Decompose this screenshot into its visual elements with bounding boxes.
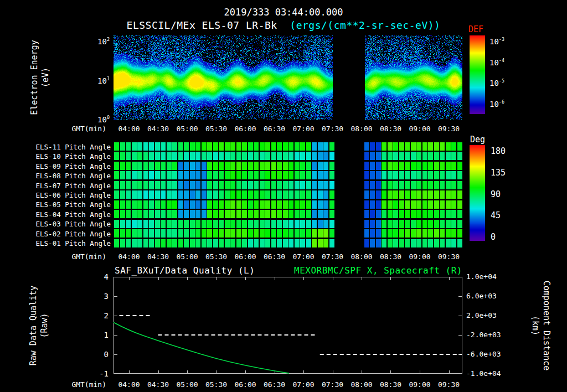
pitch-angle-heatmap-canvas (114, 142, 462, 248)
deg-colorbar-tick: 90 (491, 189, 516, 199)
mex-els-summary-plot: 2019/333 03:44:00.000 ELSSCIL/MEx ELS-07… (0, 0, 567, 392)
time-tick-label: 08:00 (347, 380, 376, 389)
left-panel-title: SAF_BXuT/Data Quality (L) (115, 265, 255, 276)
pitch-row-label: ELS-02 Pitch Angle (32, 230, 111, 238)
quality-axis-label-line2: (Raw) (39, 286, 50, 366)
quality-axis-label-line1: Raw Data Quality (28, 286, 39, 366)
exponent: 1 (107, 76, 110, 81)
pitch-row-label: ELS-06 Pitch Angle (32, 191, 111, 199)
pitch-row-label: ELS-11 Pitch Angle (32, 143, 111, 151)
pitch-row-label: ELS-10 Pitch Angle (32, 152, 111, 161)
time-tick-label: 07:30 (318, 125, 347, 133)
time-tick-label: 09:30 (435, 252, 463, 261)
distance-axis-tick: -2.0e+03 (466, 331, 506, 339)
time-tick-label: 08:30 (377, 380, 405, 389)
time-tick-label: 06:30 (260, 252, 289, 261)
distance-axis-tick: -6.0e+03 (466, 350, 506, 358)
time-tick-label: 07:00 (289, 380, 318, 389)
time-tick-label: 09:00 (405, 252, 434, 261)
quality-axis-tick: -1 (93, 369, 109, 378)
instrument-title: ELSSCIL/MEx ELS-07 LR-Bk (127, 19, 277, 31)
gmt-axis-label: GMT(min) (49, 125, 106, 133)
time-tick-label: 06:30 (260, 380, 289, 389)
time-tick-label: 09:30 (435, 380, 463, 389)
quality-axis-tick: 2 (93, 311, 109, 320)
electron-energy-spectrogram-canvas (114, 35, 462, 120)
time-tick-label: 08:30 (377, 252, 405, 261)
units-subtitle: (ergs/(cm**2-sr-sec-eV)) (290, 19, 440, 31)
distance-axis-label-line2: (km) (530, 281, 541, 371)
pitch-row-label: ELS-04 Pitch Angle (32, 210, 111, 219)
quality-distance-chart-canvas (114, 277, 462, 374)
time-tick-label: 08:00 (347, 125, 376, 133)
gmt-axis-label: GMT(min) (49, 380, 106, 389)
quality-axis-tick: 1 (93, 331, 109, 339)
pitch-row-label: ELS-08 Pitch Angle (32, 172, 111, 180)
time-tick-label: 06:00 (231, 125, 260, 133)
time-tick-label: 05:30 (202, 125, 231, 133)
pitch-row-label: ELS-05 Pitch Angle (32, 200, 111, 209)
distance-axis-tick: 1.0e+04 (466, 272, 506, 281)
pitch-row-label: ELS-09 Pitch Angle (32, 162, 111, 171)
energy-tick-label: 100 (90, 115, 110, 124)
time-tick-label: 05:00 (173, 252, 202, 261)
deg-colorbar-tick: 0 (491, 232, 516, 242)
time-tick-label: 09:00 (405, 125, 434, 133)
quality-axis-label: Raw Data Quality (Raw) (28, 286, 50, 366)
exponent: -3 (499, 37, 504, 42)
time-tick-label: 04:00 (115, 125, 143, 133)
right-panel-title: MEXORBMC/SPF X, Spacecraft (R) (241, 265, 462, 276)
pitch-row-label: ELS-01 Pitch Angle (32, 239, 111, 247)
time-tick-label: 09:00 (405, 380, 434, 389)
quality-axis-tick: 4 (93, 272, 109, 281)
distance-axis-label-line1: Component Distance (541, 281, 552, 371)
distance-axis-tick: -1.0e+04 (466, 369, 506, 378)
def-colorbar (470, 35, 485, 114)
quality-axis-tick: 3 (93, 292, 109, 301)
energy-tick-label: 101 (90, 76, 110, 85)
time-tick-label: 05:30 (202, 252, 231, 261)
def-colorbar-label: DEF (468, 24, 483, 34)
deg-colorbar (470, 145, 485, 241)
def-colorbar-tick: 10-3 (489, 37, 518, 46)
deg-colorbar-tick: 135 (491, 168, 516, 178)
exponent: 2 (107, 37, 110, 42)
time-tick-label: 06:00 (231, 380, 260, 389)
pitch-row-label: ELS-03 Pitch Angle (32, 220, 111, 228)
time-tick-label: 04:00 (115, 252, 143, 261)
energy-axis-label-line1: Electron Energy (29, 40, 40, 115)
time-tick-label: 07:30 (318, 252, 347, 261)
time-tick-label: 08:00 (347, 252, 376, 261)
title-spacer (277, 19, 290, 31)
exponent: -4 (499, 58, 504, 63)
time-tick-label: 06:00 (231, 252, 260, 261)
time-tick-label: 04:30 (144, 252, 173, 261)
pitch-row-label: ELS-07 Pitch Angle (32, 182, 111, 190)
distance-axis-label: Component Distance (km) (530, 281, 553, 371)
timestamp-title: 2019/333 03:44:00.000 (0, 7, 567, 18)
deg-colorbar-tick: 45 (491, 210, 516, 220)
time-tick-label: 05:30 (202, 380, 231, 389)
time-tick-label: 05:00 (173, 125, 202, 133)
time-tick-label: 06:30 (260, 125, 289, 133)
quality-axis-tick: 0 (93, 350, 109, 359)
deg-colorbar-label: Deg (470, 135, 485, 145)
energy-tick-label: 102 (90, 37, 110, 46)
time-tick-label: 07:30 (318, 380, 347, 389)
time-tick-label: 08:30 (377, 125, 405, 133)
time-tick-label: 07:00 (289, 125, 318, 133)
exponent: -5 (499, 78, 504, 84)
distance-axis-tick: 2.0e+03 (466, 311, 506, 319)
time-tick-label: 07:00 (289, 252, 318, 261)
time-tick-label: 04:30 (144, 125, 173, 133)
distance-axis-tick: 6.0e+03 (466, 292, 506, 300)
def-colorbar-tick: 10-4 (489, 58, 518, 67)
time-tick-label: 05:00 (173, 380, 202, 389)
time-tick-label: 04:30 (144, 380, 173, 389)
time-tick-label: 04:00 (115, 380, 143, 389)
energy-axis-label: Electron Energy (eV) (29, 40, 51, 115)
gmt-axis-label: GMT(min) (49, 252, 106, 261)
def-colorbar-tick: 10-6 (489, 99, 518, 109)
deg-colorbar-tick: 180 (491, 146, 516, 156)
time-tick-label: 09:30 (435, 125, 463, 133)
